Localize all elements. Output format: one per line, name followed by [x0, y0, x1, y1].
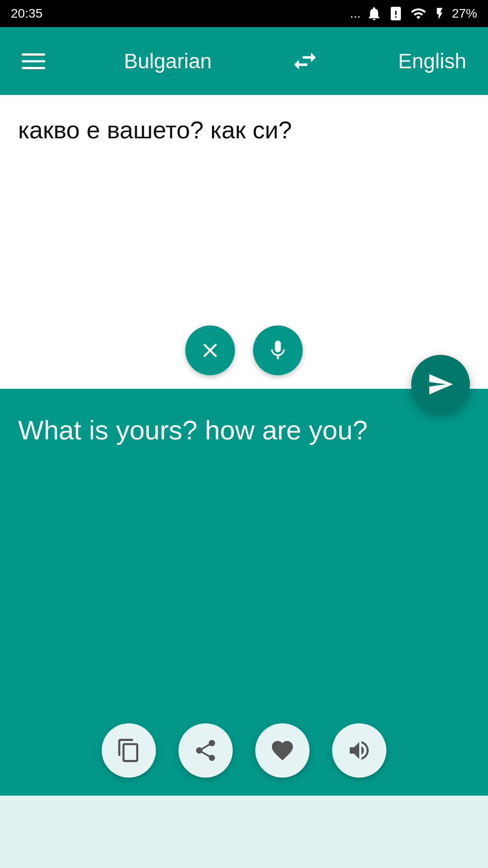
- menu-button[interactable]: [22, 53, 45, 69]
- toolbar: Bulgarian English: [0, 27, 488, 95]
- input-text: какво е вашето? как си?: [18, 113, 470, 147]
- source-language[interactable]: Bulgarian: [124, 49, 211, 73]
- signal-icon: [409, 5, 427, 22]
- charging-icon: [433, 5, 446, 22]
- status-time: 20:35: [11, 6, 42, 21]
- microphone-button[interactable]: [253, 326, 303, 375]
- input-actions: [185, 326, 303, 375]
- input-wrapper: какво е вашето? как си?: [0, 95, 488, 389]
- input-area[interactable]: какво е вашето? как си?: [0, 95, 488, 389]
- share-button[interactable]: [178, 723, 233, 778]
- target-language[interactable]: English: [398, 49, 466, 73]
- status-icons: ... 27%: [350, 5, 477, 22]
- output-actions: [102, 723, 386, 778]
- status-bar: 20:35 ... 27%: [0, 0, 488, 27]
- clear-button[interactable]: [185, 326, 235, 375]
- output-area: What is yours? how are you?: [0, 389, 488, 796]
- sim-icon: [388, 5, 404, 22]
- output-text: What is yours? how are you?: [18, 411, 470, 449]
- translate-button[interactable]: [411, 355, 470, 414]
- alarm-icon: [366, 5, 382, 22]
- status-dots: ...: [350, 6, 361, 21]
- battery-level: 27%: [452, 6, 477, 21]
- favorite-button[interactable]: [255, 723, 310, 778]
- copy-button[interactable]: [102, 723, 156, 778]
- speak-button[interactable]: [332, 723, 386, 778]
- swap-languages-button[interactable]: [291, 47, 319, 75]
